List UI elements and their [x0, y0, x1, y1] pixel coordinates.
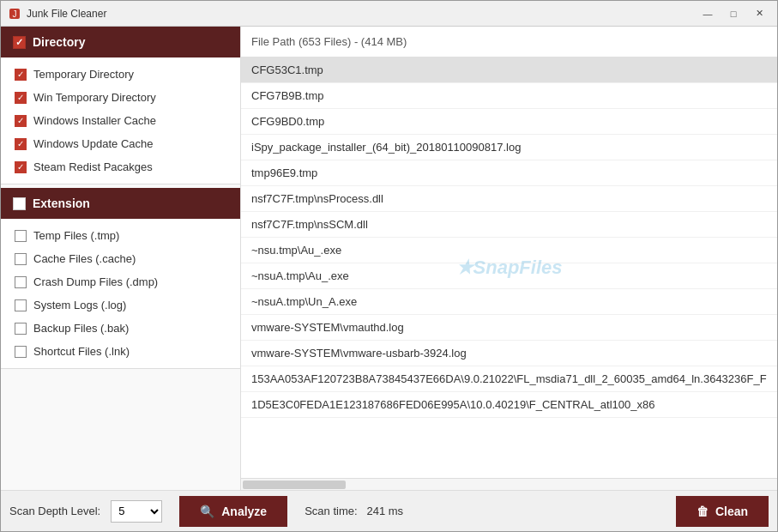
list-item[interactable]: Temporary Directory [1, 63, 240, 86]
h-scroll-thumb[interactable] [243, 481, 346, 489]
list-item[interactable]: Cache Files (.cache) [1, 247, 240, 270]
dmp-ext-label: Crash Dump Files (.dmp) [33, 275, 158, 288]
list-item[interactable]: Backup Files (.bak) [1, 317, 240, 340]
title-bar-left: J Junk File Cleaner [8, 7, 106, 21]
file-path-header: File Path (653 Files) - (414 MB) [241, 27, 777, 57]
table-row[interactable]: iSpy_package_installer_(64_bit)_20180110… [241, 135, 777, 160]
list-item[interactable]: Windows Installer Cache [1, 109, 240, 132]
table-row[interactable]: tmp96E9.tmp [241, 160, 777, 186]
app-icon: J [8, 7, 21, 21]
win-tmp-dir-checkbox[interactable] [15, 92, 27, 104]
table-row[interactable]: nsf7C7F.tmp\nsSCM.dll [241, 212, 777, 238]
extension-checkbox[interactable] [13, 197, 26, 210]
table-row[interactable]: 1D5E3C0FEDA1E123187686FED06E995A\10.0.40… [241, 392, 777, 418]
bottom-bar: Scan Depth Level: 1 2 3 4 5 6 7 8 9 10 🔍… [1, 490, 777, 531]
table-row[interactable]: nsf7C7F.tmp\nsProcess.dll [241, 186, 777, 212]
tmp-dir-checkbox[interactable] [15, 69, 27, 81]
win-tmp-dir-label: Win Temporary Directory [33, 91, 156, 104]
cache-ext-label: Cache Files (.cache) [33, 252, 136, 265]
list-item[interactable]: System Logs (.log) [1, 293, 240, 317]
win-update-label: Windows Update Cache [33, 137, 153, 150]
right-panel: File Path (653 Files) - (414 MB) ★SnapFi… [241, 27, 777, 490]
depth-label: Scan Depth Level: [9, 505, 100, 517]
win-update-checkbox[interactable] [15, 138, 27, 150]
table-row[interactable]: ~nsuA.tmp\Un_A.exe [241, 289, 777, 315]
directory-checkbox[interactable] [13, 36, 26, 49]
list-item[interactable]: Steam Redist Pacakges [1, 155, 240, 178]
extension-section-header[interactable]: Extension [1, 188, 240, 219]
log-ext-label: System Logs (.log) [33, 299, 126, 311]
directory-label: Directory [33, 35, 85, 49]
sidebar: Directory Temporary Directory Win Tempor… [1, 27, 241, 490]
directory-items: Temporary Directory Win Temporary Direct… [1, 57, 240, 184]
cache-ext-checkbox[interactable] [15, 253, 27, 265]
window-title: Junk File Cleaner [27, 8, 106, 20]
minimize-button[interactable]: — [697, 5, 719, 22]
depth-select[interactable]: 1 2 3 4 5 6 7 8 9 10 [111, 500, 162, 523]
lnk-ext-label: Shortcut Files (.lnk) [33, 345, 130, 358]
list-item[interactable]: Windows Update Cache [1, 132, 240, 155]
list-item[interactable]: Shortcut Files (.lnk) [1, 340, 240, 363]
main-window: J Junk File Cleaner — □ ✕ Directory Temp… [0, 0, 778, 532]
clean-label: Clean [715, 505, 748, 518]
extension-items: Temp Files (.tmp) Cache Files (.cache) C… [1, 219, 240, 369]
steam-checkbox[interactable] [15, 161, 27, 173]
analyze-button[interactable]: 🔍 Analyze [179, 496, 287, 527]
log-ext-checkbox[interactable] [15, 299, 27, 311]
scan-time-value: 241 ms [366, 505, 403, 517]
tmp-dir-label: Temporary Directory [33, 68, 134, 81]
lnk-ext-checkbox[interactable] [15, 346, 27, 358]
file-list-container[interactable]: ★SnapFiles CFG53C1.tmp CFG7B9B.tmp CFG9B… [241, 57, 777, 478]
svg-text:J: J [13, 9, 17, 19]
directory-section-header[interactable]: Directory [1, 27, 240, 57]
title-bar: J Junk File Cleaner — □ ✕ [1, 1, 777, 27]
table-row[interactable]: CFG7B9B.tmp [241, 83, 777, 109]
main-content: Directory Temporary Directory Win Tempor… [1, 27, 777, 490]
scan-time-label: Scan time: [305, 505, 357, 517]
table-row[interactable]: 153AA053AF120723B8A73845437E66DA\9.0.210… [241, 366, 777, 392]
win-installer-label: Windows Installer Cache [33, 114, 156, 127]
close-button[interactable]: ✕ [748, 5, 770, 22]
steam-label: Steam Redist Pacakges [33, 160, 153, 173]
maximize-button[interactable]: □ [722, 5, 745, 22]
bak-ext-label: Backup Files (.bak) [33, 322, 129, 335]
horizontal-scrollbar[interactable] [241, 478, 777, 490]
bak-ext-checkbox[interactable] [15, 323, 27, 335]
table-row[interactable]: ~nsu.tmp\Au_.exe [241, 238, 777, 263]
clean-button[interactable]: 🗑 Clean [676, 496, 769, 527]
search-icon: 🔍 [200, 505, 214, 518]
tmp-ext-label: Temp Files (.tmp) [33, 229, 119, 242]
extension-label: Extension [33, 196, 90, 210]
trash-icon: 🗑 [697, 505, 709, 518]
analyze-label: Analyze [221, 505, 267, 518]
table-row[interactable]: ~nsuA.tmp\Au_.exe [241, 263, 777, 289]
win-installer-checkbox[interactable] [15, 115, 27, 127]
dmp-ext-checkbox[interactable] [15, 276, 27, 288]
table-row[interactable]: CFG53C1.tmp [241, 57, 777, 83]
title-bar-controls: — □ ✕ [697, 5, 770, 22]
table-row[interactable]: CFG9BD0.tmp [241, 109, 777, 135]
list-item[interactable]: Crash Dump Files (.dmp) [1, 270, 240, 293]
table-row[interactable]: vmware-SYSTEM\vmware-usbarb-3924.log [241, 341, 777, 366]
tmp-ext-checkbox[interactable] [15, 230, 27, 242]
table-row[interactable]: vmware-SYSTEM\vmauthd.log [241, 315, 777, 341]
list-item[interactable]: Temp Files (.tmp) [1, 224, 240, 247]
list-item[interactable]: Win Temporary Directory [1, 86, 240, 109]
scan-time: Scan time: 241 ms [305, 505, 403, 517]
